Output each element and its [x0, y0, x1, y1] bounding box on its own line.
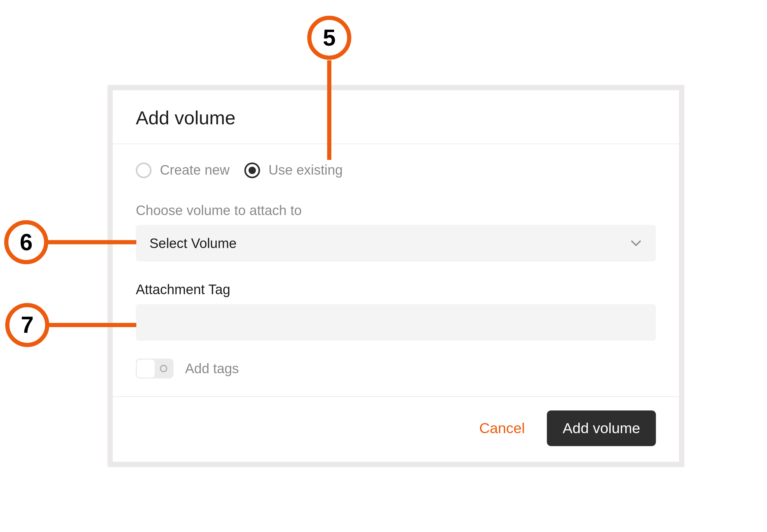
callout-line-5 — [327, 60, 331, 160]
add-tags-label: Add tags — [185, 360, 239, 377]
callout-line-6 — [47, 240, 137, 244]
add-volume-dialog: Add volume Create new Use existing Choos… — [108, 85, 684, 467]
toggle-off-indicator-icon — [160, 365, 167, 372]
radio-create-new-label: Create new — [160, 162, 230, 178]
cancel-button[interactable]: Cancel — [479, 420, 525, 437]
attachment-tag-label: Attachment Tag — [136, 282, 656, 298]
callout-line-7 — [48, 323, 136, 327]
radio-use-existing-label: Use existing — [268, 162, 343, 178]
callout-5-label: 5 — [323, 25, 336, 51]
dialog-footer: Cancel Add volume — [113, 396, 679, 462]
add-tags-toggle[interactable] — [136, 359, 173, 379]
callout-6-label: 6 — [20, 229, 33, 256]
radio-icon-selected — [244, 162, 260, 178]
add-volume-button[interactable]: Add volume — [547, 410, 656, 446]
select-volume-dropdown[interactable]: Select Volume — [136, 225, 656, 262]
select-volume-value: Select Volume — [150, 235, 237, 251]
radio-create-new[interactable]: Create new — [136, 162, 230, 178]
radio-use-existing[interactable]: Use existing — [244, 162, 342, 178]
callout-7-label: 7 — [21, 312, 34, 338]
volume-mode-radio-group: Create new Use existing — [136, 162, 656, 178]
chevron-down-icon — [630, 237, 642, 250]
attachment-tag-input[interactable] — [136, 304, 656, 341]
add-tags-row: Add tags — [136, 359, 656, 379]
callout-5: 5 — [307, 16, 351, 60]
dialog-title: Add volume — [136, 107, 656, 129]
radio-icon-unselected — [136, 162, 152, 178]
radio-inner-dot-icon — [248, 167, 256, 174]
dialog-body: Create new Use existing Choose volume to… — [113, 144, 679, 396]
choose-volume-label: Choose volume to attach to — [136, 202, 656, 219]
callout-6: 6 — [4, 220, 48, 264]
toggle-thumb-icon — [137, 360, 155, 378]
callout-7: 7 — [5, 303, 49, 347]
dialog-header: Add volume — [113, 90, 679, 144]
